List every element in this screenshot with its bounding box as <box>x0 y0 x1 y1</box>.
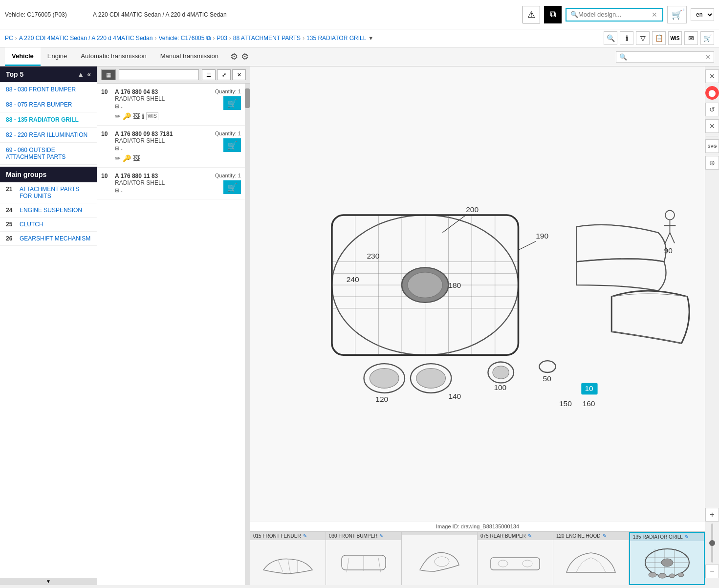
top5-item-rear-bumper[interactable]: 88 - 075 REAR BUMPER <box>0 97 97 112</box>
tab-engine[interactable]: Engine <box>41 47 74 66</box>
doc-btn[interactable]: 📋 <box>652 31 666 45</box>
top5-item-outside-attachment[interactable]: 69 - 060 OUTSIDE ATTACHMENT PARTS <box>0 143 97 165</box>
diagram-main: 200 190 230 240 180 90 <box>250 66 705 521</box>
breadcrumb-radiator[interactable]: 135 RADIATOR GRILL <box>306 35 366 42</box>
search-clear-icon[interactable]: ✕ <box>652 11 657 19</box>
key-icon-2[interactable]: 🔑 <box>123 154 131 162</box>
gear-icon[interactable]: ⚙ <box>241 51 249 62</box>
pencil-icon-2[interactable]: ✏ <box>115 154 121 162</box>
svg-point-15 <box>408 272 443 298</box>
thumb-engine-hood[interactable]: 120 ENGINE HOOD ✎ <box>553 532 629 585</box>
thumb-front-bumper-1[interactable]: 030 FRONT BUMPER ✎ <box>326 532 402 585</box>
part-item-3: 10 A 176 880 11 83 RADIATOR SHELL ⊞... Q… <box>97 168 245 199</box>
info-btn[interactable]: ℹ <box>620 31 633 45</box>
tab-search-box[interactable]: 🔍 ✕ <box>616 51 714 63</box>
close-panel-btn[interactable]: ✕ <box>232 69 246 80</box>
part-grid-3[interactable]: ⊞... <box>115 187 211 194</box>
top5-collapse-left[interactable]: « <box>87 70 91 78</box>
sidebar-scroll-down[interactable]: ▼ <box>46 579 51 584</box>
thumb-edit-icon-4[interactable]: ✎ <box>528 533 532 539</box>
part-info-1: A 176 880 04 83 RADIATOR SHELL ⊞... ✏ 🔑 … <box>115 88 211 120</box>
qty-label-1: Quantity: 1 <box>215 88 241 94</box>
tab-search-input[interactable] <box>627 53 705 60</box>
language-select[interactable]: en de fr <box>691 8 714 21</box>
parts-filter-btn[interactable]: ▦ <box>101 69 116 80</box>
image-icon-2[interactable]: 🖼 <box>133 154 140 162</box>
breadcrumb-p03[interactable]: P03 <box>217 35 227 42</box>
zoom-in-btn-right[interactable]: + <box>705 508 719 522</box>
cart-icon: 🛒 <box>672 9 682 20</box>
parts-scrollbar[interactable] <box>245 84 250 585</box>
plus-btn[interactable]: ⊕ <box>705 156 719 170</box>
image-icon-1[interactable]: 🖼 <box>133 112 140 120</box>
thumb-front-bumper-2[interactable] <box>402 532 478 585</box>
part-grid-1[interactable]: ⊞... <box>115 103 211 109</box>
wis-icon-1[interactable]: WIS <box>146 112 158 120</box>
thumb-front-fender[interactable]: 015 FRONT FENDER ✎ <box>250 532 326 585</box>
breadcrumb-dropdown-icon[interactable]: ▼ <box>368 35 373 41</box>
thumb-img-engine-hood <box>553 540 629 585</box>
settings-icon[interactable]: ⚙ <box>230 51 238 62</box>
thumb-edit-icon-2[interactable]: ✎ <box>379 533 383 539</box>
main-groups-header: Main groups <box>0 167 97 182</box>
close-right-btn[interactable]: ✕ <box>705 69 719 83</box>
pencil-icon-1[interactable]: ✏ <box>115 112 121 120</box>
zoom-slider-thumb[interactable] <box>709 540 715 546</box>
tab-auto-transmission[interactable]: Automatic transmission <box>74 47 153 66</box>
group-item-26[interactable]: 26 GEARSHIFT MECHANISM <box>0 232 97 246</box>
filter-btn[interactable]: ▽ <box>636 31 650 45</box>
model-search-box[interactable]: 🔍 ✕ <box>566 8 663 22</box>
svg-btn[interactable]: SVG <box>705 139 719 153</box>
qty-label-3: Quantity: 1 <box>215 173 241 178</box>
group-item-21[interactable]: 21 ATTACHMENT PARTS FOR UNITS <box>0 182 97 203</box>
thumb-edit-icon-1[interactable]: ✎ <box>303 533 307 539</box>
list-view-btn[interactable]: ☰ <box>202 69 216 80</box>
cart-button[interactable]: 🛒 + <box>667 6 687 23</box>
thumb-edit-icon-5[interactable]: ✎ <box>603 533 607 539</box>
expand-btn[interactable]: ⤢ <box>217 69 231 80</box>
thumbnails-bar: 015 FRONT FENDER ✎ 030 FRONT BUMPER ✎ <box>250 531 705 585</box>
part-info-3: A 176 880 11 83 RADIATOR SHELL ⊞... <box>115 173 211 194</box>
breadcrumb-attachment[interactable]: 88 ATTACHMENT PARTS <box>233 35 301 42</box>
refresh-btn[interactable]: ↺ <box>705 103 719 116</box>
add-to-cart-2[interactable]: 🛒 <box>223 138 241 152</box>
tab-manual-transmission[interactable]: Manual transmission <box>153 47 225 66</box>
top5-item-front-bumper[interactable]: 88 - 030 FRONT BUMPER <box>0 82 97 97</box>
wis-btn[interactable]: WIS <box>668 31 682 45</box>
tab-vehicle[interactable]: Vehicle <box>5 47 41 66</box>
top5-item-radiator-grill[interactable]: 88 - 135 RADIATOR GRILL <box>0 112 97 128</box>
add-to-cart-1[interactable]: 🛒 <box>223 96 241 110</box>
breadcrumb-model[interactable]: A 220 CDI 4MATIC Sedan / A 220 d 4MATIC … <box>19 35 153 42</box>
key-icon-1[interactable]: 🔑 <box>123 112 131 120</box>
zoom-out-btn-right[interactable]: − <box>705 565 719 578</box>
thumb-radiator-grill[interactable]: 135 RADIATOR GRILL ✎ <box>629 532 705 585</box>
parts-toolbar: ▦ ☰ ⤢ ✕ <box>97 66 250 84</box>
add-to-cart-3[interactable]: 🛒 <box>223 180 241 194</box>
part-grid-2[interactable]: ⊞... <box>115 145 211 152</box>
tab-search-clear[interactable]: ✕ <box>705 53 711 61</box>
color-circle-btn[interactable]: ⬤ <box>705 86 719 100</box>
right-chrome-frame <box>611 291 689 343</box>
cart-bc-btn[interactable]: 🛒 <box>700 31 714 45</box>
thumb-rear-bumper[interactable]: 075 REAR BUMPER ✎ <box>478 532 553 585</box>
mail-btn[interactable]: ✉ <box>684 31 698 45</box>
right-panel: ✕ ⬤ ↺ ✕ SVG ⊕ + − <box>705 66 719 585</box>
thumb-edit-icon-6[interactable]: ✎ <box>685 534 689 540</box>
top5-collapse-up[interactable]: ▲ <box>77 70 84 78</box>
group-item-24[interactable]: 24 ENGINE SUSPENSION <box>0 203 97 218</box>
breadcrumb-vehicle[interactable]: Vehicle: C176005 <box>158 35 204 42</box>
part-action-icons-1: ✏ 🔑 🖼 ℹ WIS <box>115 112 211 120</box>
warning-icon-btn[interactable]: ⚠ <box>523 6 540 23</box>
breadcrumb-pc[interactable]: PC <box>5 35 13 42</box>
group-item-25[interactable]: 25 CLUTCH <box>0 218 97 232</box>
zoom-slider-track[interactable] <box>711 523 713 563</box>
info-icon-1[interactable]: ℹ <box>142 112 144 120</box>
zoom-in-btn[interactable]: 🔍 <box>604 31 617 45</box>
parts-search-input[interactable] <box>119 69 199 80</box>
top5-item-rear-illumination[interactable]: 82 - 220 REAR ILLUMINATION <box>0 128 97 143</box>
scroll-thumb[interactable] <box>245 88 250 108</box>
model-search-input[interactable] <box>578 11 652 18</box>
copy-icon-btn[interactable]: ⧉ <box>544 6 562 23</box>
vehicle-copy-icon[interactable]: ⧉ <box>206 34 211 42</box>
x-btn[interactable]: ✕ <box>705 119 719 133</box>
